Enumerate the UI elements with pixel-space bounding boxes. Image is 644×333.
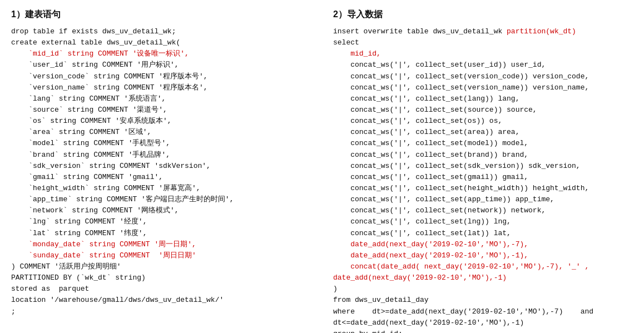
code-line: drop table if exists dws_uv_detail_wk; bbox=[11, 27, 176, 36]
code-line: date_add(next_day('2019-02-10','MO'),-7)… bbox=[333, 240, 528, 248]
code-line: `lang` string COMMENT '系统语言', bbox=[11, 95, 166, 103]
code-line: `user_id` string COMMENT '用户标识', bbox=[11, 61, 179, 69]
left-panel-title: 1）建表语句 bbox=[11, 9, 311, 21]
code-line: concat_ws('|', collect_set(network)) net… bbox=[333, 206, 546, 215]
left-code-block: drop table if exists dws_uv_detail_wk; c… bbox=[11, 26, 311, 317]
code-line: `source` string COMMENT '渠道号', bbox=[11, 106, 167, 114]
code-line: concat_ws('|', collect_set(height_width)… bbox=[333, 184, 589, 192]
code-line: `version_name` string COMMENT '程序版本名', bbox=[11, 83, 208, 92]
code-line: `height_width` string COMMENT '屏幕宽高', bbox=[11, 184, 201, 192]
code-line: `model` string COMMENT '手机型号', bbox=[11, 139, 170, 147]
code-line: `lat` string COMMENT '纬度', bbox=[11, 229, 147, 237]
code-line: concat_ws('|', collect_set(lng)) lng, bbox=[333, 217, 511, 226]
code-line: `area` string COMMENT '区域', bbox=[11, 128, 151, 136]
code-line: concat_ws('|', collect_set(app_time)) ap… bbox=[333, 195, 554, 203]
code-line: concat_ws('|', collect_set(version_name)… bbox=[333, 83, 589, 92]
code-line: `network` string COMMENT '网络模式', bbox=[11, 206, 179, 215]
code-line: ; bbox=[11, 307, 16, 316]
code-line: concat_ws('|', collect_set(model)) model… bbox=[333, 139, 528, 147]
code-line: location '/warehouse/gmall/dws/dws_uv_de… bbox=[11, 296, 224, 304]
code-line: concat_ws('|', collect_set(gmail)) gmail… bbox=[333, 173, 528, 181]
code-line: `monday_date` string COMMENT '周一日期', bbox=[11, 240, 196, 248]
code-line: ) bbox=[333, 285, 338, 293]
code-line: concat_ws('|', collect_set(sdk_version))… bbox=[333, 162, 581, 170]
code-line: mid_id, bbox=[333, 49, 381, 58]
code-line: concat_ws('|', collect_set(brand)) brand… bbox=[333, 151, 528, 159]
code-line: `mid_id` string COMMENT '设备唯一标识', bbox=[11, 49, 189, 58]
code-line: create external table dws_uv_detail_wk( bbox=[11, 38, 180, 47]
code-line: PARTITIONED BY (`wk_dt` string) bbox=[11, 274, 146, 282]
right-panel: 2）导入数据 insert overwrite table dws_uv_det… bbox=[333, 9, 633, 333]
code-line: concat_ws('|', collect_set(source)) sour… bbox=[333, 106, 537, 114]
code-line: `sdk_version` string COMMENT 'sdkVersion… bbox=[11, 162, 211, 170]
code-line: `gmail` string COMMENT 'gmail', bbox=[11, 173, 163, 181]
code-line: concat_ws('|', collect_set(os)) os, bbox=[333, 117, 502, 125]
code-line: from dws_uv_detail_day bbox=[333, 296, 429, 304]
code-line: `lng` string COMMENT '经度', bbox=[11, 217, 147, 226]
code-line: concat_ws('|', collect_set(lang)) lang, bbox=[333, 95, 519, 103]
code-line: date_add(next_day('2019-02-10','MO'),-1)… bbox=[333, 251, 528, 260]
code-line: `brand` string COMMENT '手机品牌', bbox=[11, 151, 170, 159]
code-line: concat_ws('|', collect_set(user_id)) use… bbox=[333, 61, 546, 69]
code-line: concat_ws('|', collect_set(area)) area, bbox=[333, 128, 519, 136]
code-line: `sunday_date` string COMMENT '周日日期' bbox=[11, 251, 196, 260]
code-line: `os` string COMMENT '安卓系统版本', bbox=[11, 117, 172, 125]
code-line: where dt>=date_add(next_day('2019-02-10'… bbox=[333, 307, 593, 316]
right-code-block: insert overwrite table dws_uv_detail_wk … bbox=[333, 26, 633, 333]
code-line: concat_ws('|', collect_set(lat)) lat, bbox=[333, 229, 511, 237]
code-line: stored as parquet bbox=[11, 285, 89, 293]
left-panel: 1）建表语句 drop table if exists dws_uv_detai… bbox=[11, 9, 311, 333]
code-line: concat(date_add( next_day('2019-02-10','… bbox=[333, 262, 589, 271]
code-line: select bbox=[333, 38, 359, 47]
code-line: date_add(next_day('2019-02-10','MO'),-1) bbox=[333, 274, 507, 282]
code-line: `app_time` string COMMENT '客户端日志产生时的时间', bbox=[11, 195, 234, 203]
code-line: insert overwrite table dws_uv_detail_wk … bbox=[333, 27, 576, 36]
code-line: concat_ws('|', collect_set(version_code)… bbox=[333, 72, 589, 81]
main-container: 1）建表语句 drop table if exists dws_uv_detai… bbox=[11, 9, 633, 333]
code-line: ) COMMENT '活跃用户按周明细' bbox=[11, 262, 121, 271]
right-panel-title: 2）导入数据 bbox=[333, 9, 633, 21]
code-line: `version_code` string COMMENT '程序版本号', bbox=[11, 72, 208, 81]
code-line: group by mid_id; bbox=[333, 330, 403, 333]
code-line: dt<=date_add(next_day('2019-02-10','MO')… bbox=[333, 319, 524, 327]
